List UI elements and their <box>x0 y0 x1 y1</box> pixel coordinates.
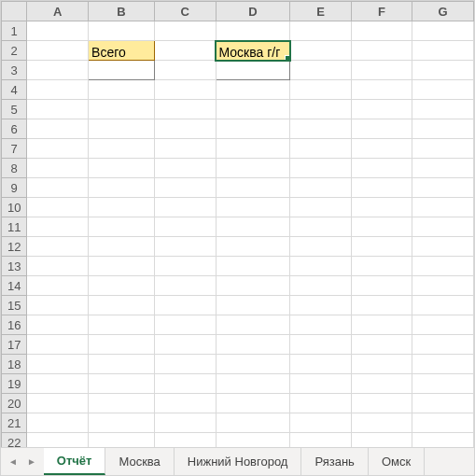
cell-A8[interactable] <box>27 159 89 178</box>
cell-A6[interactable] <box>27 119 89 139</box>
sheet-tab-2[interactable]: Нижний Новгород <box>175 448 302 475</box>
cell-D5[interactable] <box>216 100 290 119</box>
cell-C1[interactable] <box>154 21 216 41</box>
cell-B6[interactable] <box>89 119 155 139</box>
cell-D8[interactable] <box>216 159 290 178</box>
cell-D19[interactable] <box>216 374 290 394</box>
cell-C19[interactable] <box>154 374 216 394</box>
cell-G11[interactable] <box>412 217 474 237</box>
cell-D21[interactable] <box>216 413 290 433</box>
cell-D9[interactable] <box>216 178 290 198</box>
cell-G15[interactable] <box>412 296 474 315</box>
cell-A17[interactable] <box>27 335 89 355</box>
sheet-tab-3[interactable]: Рязань <box>301 448 368 475</box>
cell-B1[interactable] <box>89 21 155 41</box>
cell-G17[interactable] <box>412 335 474 355</box>
cell-F6[interactable] <box>351 119 412 139</box>
cell-B7[interactable] <box>89 139 155 159</box>
cell-D2[interactable]: Москва г/г <box>216 41 290 61</box>
cell-D6[interactable] <box>216 119 290 139</box>
cell-G1[interactable] <box>412 21 474 41</box>
cell-D13[interactable] <box>216 257 290 276</box>
cell-F18[interactable] <box>351 355 412 374</box>
cell-G4[interactable] <box>412 80 474 100</box>
row-header-7[interactable]: 7 <box>2 139 27 159</box>
cell-D15[interactable] <box>216 296 290 315</box>
cell-B9[interactable] <box>89 178 155 198</box>
cell-C22[interactable] <box>154 433 216 448</box>
cell-A22[interactable] <box>27 433 89 448</box>
cell-C21[interactable] <box>154 413 216 433</box>
cell-A18[interactable] <box>27 355 89 374</box>
cell-C11[interactable] <box>154 217 216 237</box>
cell-C2[interactable] <box>154 41 216 61</box>
cell-E15[interactable] <box>290 296 352 315</box>
cell-B13[interactable] <box>89 257 155 276</box>
cell-C20[interactable] <box>154 394 216 413</box>
cell-F20[interactable] <box>351 394 412 413</box>
tab-nav-next-icon[interactable]: ► <box>27 456 36 467</box>
cell-E14[interactable] <box>290 276 352 296</box>
cell-G7[interactable] <box>412 139 474 159</box>
cell-B18[interactable] <box>89 355 155 374</box>
row-header-6[interactable]: 6 <box>2 119 27 139</box>
cell-C5[interactable] <box>154 100 216 119</box>
cell-E7[interactable] <box>290 139 352 159</box>
cell-E21[interactable] <box>290 413 352 433</box>
row-header-14[interactable]: 14 <box>2 276 27 296</box>
cell-C15[interactable] <box>154 296 216 315</box>
row-header-17[interactable]: 17 <box>2 335 27 355</box>
cell-D4[interactable] <box>216 80 290 100</box>
row-header-10[interactable]: 10 <box>2 198 27 217</box>
cell-B4[interactable] <box>89 80 155 100</box>
cell-D7[interactable] <box>216 139 290 159</box>
cell-B12[interactable] <box>89 237 155 257</box>
cell-A16[interactable] <box>27 315 89 335</box>
cell-A20[interactable] <box>27 394 89 413</box>
row-header-12[interactable]: 12 <box>2 237 27 257</box>
cell-B11[interactable] <box>89 217 155 237</box>
cell-B8[interactable] <box>89 159 155 178</box>
cell-A11[interactable] <box>27 217 89 237</box>
cell-E18[interactable] <box>290 355 352 374</box>
sheet-tab-0[interactable]: Отчёт <box>44 448 106 475</box>
col-header-G[interactable]: G <box>412 2 474 21</box>
row-header-11[interactable]: 11 <box>2 217 27 237</box>
cell-A14[interactable] <box>27 276 89 296</box>
cell-F9[interactable] <box>351 178 412 198</box>
cell-G9[interactable] <box>412 178 474 198</box>
cell-F3[interactable] <box>351 61 412 80</box>
cell-D3[interactable] <box>216 61 290 80</box>
cell-D14[interactable] <box>216 276 290 296</box>
cell-D17[interactable] <box>216 335 290 355</box>
cell-G2[interactable] <box>412 41 474 61</box>
cell-A1[interactable] <box>27 21 89 41</box>
cell-B10[interactable] <box>89 198 155 217</box>
cell-B14[interactable] <box>89 276 155 296</box>
tab-nav-prev-icon[interactable]: ◄ <box>8 456 18 467</box>
row-header-5[interactable]: 5 <box>2 100 27 119</box>
cell-B21[interactable] <box>89 413 155 433</box>
cell-F19[interactable] <box>351 374 412 394</box>
row-header-18[interactable]: 18 <box>2 355 27 374</box>
col-header-C[interactable]: C <box>154 2 216 21</box>
cell-E5[interactable] <box>290 100 352 119</box>
cell-G18[interactable] <box>412 355 474 374</box>
col-header-E[interactable]: E <box>290 2 352 21</box>
cell-G16[interactable] <box>412 315 474 335</box>
grid-area[interactable]: A B C D E F G 1 2ВсегоМосква г/г 3 4 5 6… <box>1 1 474 447</box>
row-header-4[interactable]: 4 <box>2 80 27 100</box>
cell-G3[interactable] <box>412 61 474 80</box>
cell-B16[interactable] <box>89 315 155 335</box>
row-header-3[interactable]: 3 <box>2 61 27 80</box>
row-header-21[interactable]: 21 <box>2 413 27 433</box>
cell-B3[interactable] <box>89 61 155 80</box>
cell-D22[interactable] <box>216 433 290 448</box>
cell-G14[interactable] <box>412 276 474 296</box>
cell-F5[interactable] <box>351 100 412 119</box>
cell-A15[interactable] <box>27 296 89 315</box>
cell-G19[interactable] <box>412 374 474 394</box>
cell-A21[interactable] <box>27 413 89 433</box>
cell-D11[interactable] <box>216 217 290 237</box>
cell-F22[interactable] <box>351 433 412 448</box>
